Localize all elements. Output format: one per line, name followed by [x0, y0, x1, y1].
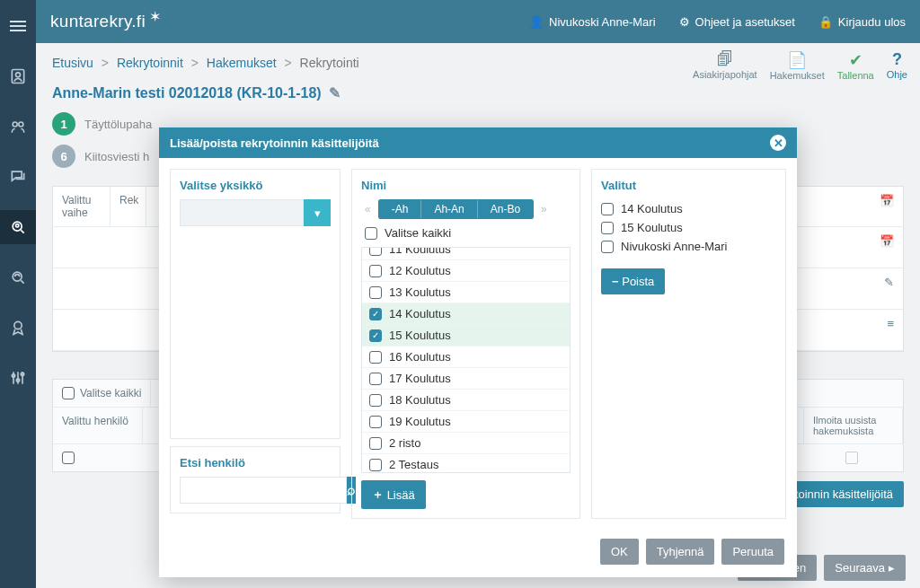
sidebar-sliders-icon[interactable] — [0, 361, 36, 395]
hamburger-icon[interactable] — [0, 9, 36, 43]
calendar-icon-2[interactable]: 📅 — [871, 227, 903, 268]
sidebar-award-icon[interactable] — [0, 311, 36, 345]
person-row-checkbox[interactable] — [62, 452, 75, 464]
sidebar-profile-icon[interactable] — [0, 59, 36, 93]
people-row[interactable]: 13 Koulutus — [362, 282, 570, 303]
breadcrumb-current: Rekrytointi — [300, 56, 359, 70]
people-row-checkbox[interactable] — [369, 329, 382, 342]
people-checklist[interactable]: 11 Koulutus12 Koulutus13 Koulutus14 Koul… — [361, 247, 571, 473]
breadcrumb-recruitments[interactable]: Rekrytoinnit — [117, 56, 183, 70]
people-row-checkbox[interactable] — [369, 459, 382, 471]
modal-close-icon[interactable]: ✕ — [770, 135, 786, 151]
sidebar-chat-icon[interactable] — [0, 160, 36, 194]
topnav-logout[interactable]: 🔒 Kirjaudu ulos — [818, 15, 906, 29]
people-row-checkbox[interactable] — [369, 286, 382, 299]
people-row-checkbox[interactable] — [369, 437, 382, 450]
tool-save[interactable]: ✔ Tallenna — [837, 50, 874, 81]
unit-select-field[interactable] — [180, 199, 304, 226]
people-row[interactable]: 12 Koulutus — [362, 260, 570, 282]
people-row[interactable]: 11 Koulutus — [362, 247, 570, 260]
check-icon: ✔ — [837, 50, 874, 70]
brand-logo[interactable]: kuntarekry.fi ✶ — [50, 12, 161, 31]
people-row-label: 2 Testaus — [389, 458, 438, 471]
people-row-checkbox[interactable] — [369, 373, 382, 385]
top-bar: kuntarekry.fi ✶ 👤 Nivukoski Anne-Mari ⚙ … — [36, 0, 920, 43]
remove-button[interactable]: Poista — [601, 268, 665, 294]
tool-help[interactable]: ? Ohje — [887, 50, 907, 81]
tool-applications[interactable]: 📄 Hakemukset — [770, 50, 825, 81]
people-row-label: 11 Koulutus — [389, 247, 451, 256]
calendar-icon[interactable]: 📅 — [871, 187, 903, 226]
selected-row[interactable]: Nivukoski Anne-Mari — [601, 237, 776, 256]
list-row-icon[interactable]: ≡ — [878, 310, 903, 350]
people-row[interactable]: 15 Koulutus — [362, 325, 570, 347]
pager-seg-1[interactable]: Ah-An — [421, 200, 477, 218]
people-row[interactable]: 14 Koulutus — [362, 303, 570, 325]
cancel-button[interactable]: Peruuta — [721, 539, 784, 565]
selected-row-label: 15 Koulutus — [621, 221, 683, 234]
svg-point-6 — [13, 272, 22, 281]
tool-help-label: Ohje — [887, 69, 907, 80]
edit-title-icon[interactable] — [329, 84, 341, 101]
tool-applications-label: Hakemukset — [770, 70, 825, 81]
col-unit: Valitse yksikkö Etsi henkilö — [170, 169, 341, 519]
sidebar-search-person-icon[interactable] — [0, 210, 36, 244]
step-1-label: Täyttölupaha — [84, 118, 152, 131]
col-nimi: Nimi « -Ah Ah-An An-Bo » Valitse kaikki … — [351, 169, 580, 519]
modal-title: Lisää/poista rekrytoinnin käsittelijöitä — [170, 136, 379, 150]
pager-seg-2[interactable]: An-Bo — [478, 200, 533, 218]
people-row-label: 15 Koulutus — [389, 329, 451, 342]
select-all-people-checkbox[interactable] — [365, 227, 377, 240]
breadcrumb-applications[interactable]: Hakemukset — [207, 56, 277, 70]
select-all-checkbox[interactable] — [62, 387, 75, 399]
people-row-checkbox[interactable] — [369, 416, 382, 428]
tool-templates[interactable]: 🗐 Asiakirjapohjat — [693, 50, 757, 81]
svg-point-2 — [13, 122, 17, 127]
people-row[interactable]: 18 Koulutus — [362, 390, 570, 411]
pencil-row-icon[interactable]: ✎ — [875, 268, 903, 309]
selected-row-label: 14 Koulutus — [621, 202, 683, 215]
topnav-settings[interactable]: ⚙ Ohjeet ja asetukset — [679, 15, 795, 29]
people-row-checkbox[interactable] — [369, 247, 382, 256]
selected-row-checkbox[interactable] — [601, 241, 614, 253]
people-row-checkbox[interactable] — [369, 394, 382, 407]
add-remove-processors-modal: Lisää/poista rekrytoinnin käsittelijöitä… — [159, 127, 797, 577]
ok-button[interactable]: OK — [600, 539, 639, 565]
search-input[interactable] — [180, 477, 347, 504]
people-row-checkbox[interactable] — [369, 351, 382, 364]
selected-row-checkbox[interactable] — [601, 203, 614, 215]
people-row[interactable]: 2 risto — [362, 433, 570, 454]
pager-segments[interactable]: -Ah Ah-An An-Bo — [378, 199, 534, 219]
people-row[interactable]: 17 Koulutus — [362, 368, 570, 390]
people-row[interactable]: 2 Testaus — [362, 454, 570, 473]
people-row-label: 18 Koulutus — [389, 393, 451, 407]
notify-checkbox[interactable] — [845, 452, 858, 464]
sidebar-search-refresh-icon[interactable] — [0, 260, 36, 294]
documents-icon: 🗐 — [693, 50, 757, 69]
clear-button[interactable]: Tyhjennä — [646, 539, 715, 565]
people-row[interactable]: 16 Koulutus — [362, 347, 570, 368]
user-icon: 👤 — [529, 15, 544, 29]
people-row-label: 14 Koulutus — [389, 307, 451, 320]
breadcrumb-home[interactable]: Etusivu — [52, 56, 93, 70]
next-button[interactable]: Seuraava ▸ — [824, 555, 906, 581]
topnav-user[interactable]: 👤 Nivukoski Anne-Mari — [529, 15, 656, 29]
unit-select-caret-icon[interactable] — [304, 199, 331, 226]
next-label: Seuraava — [835, 561, 885, 575]
add-button[interactable]: Lisää — [361, 480, 426, 509]
step-6-label: Kiitosviesti h — [84, 150, 149, 163]
people-row-checkbox[interactable] — [369, 265, 382, 277]
people-row-checkbox[interactable] — [369, 308, 382, 320]
sidebar-people-icon[interactable] — [0, 110, 36, 144]
selected-row-checkbox[interactable] — [601, 222, 614, 234]
pager-seg-0[interactable]: -Ah — [379, 200, 422, 218]
pager-next-icon[interactable]: » — [537, 203, 551, 215]
page-title-row: Anne-Marin testi 02012018 (KR-10-1-18) — [52, 84, 904, 101]
selected-row[interactable]: 15 Koulutus — [601, 218, 776, 237]
lower-col-notify: Ilmoita uusista hakemuksista — [804, 408, 903, 443]
nimi-section-title: Nimi — [361, 179, 571, 192]
selected-row[interactable]: 14 Koulutus — [601, 199, 776, 218]
pager-prev-icon[interactable]: « — [361, 203, 375, 215]
people-row[interactable]: 19 Koulutus — [362, 411, 570, 433]
modal-body: Valitse yksikkö Etsi henkilö Nimi — [159, 158, 797, 530]
